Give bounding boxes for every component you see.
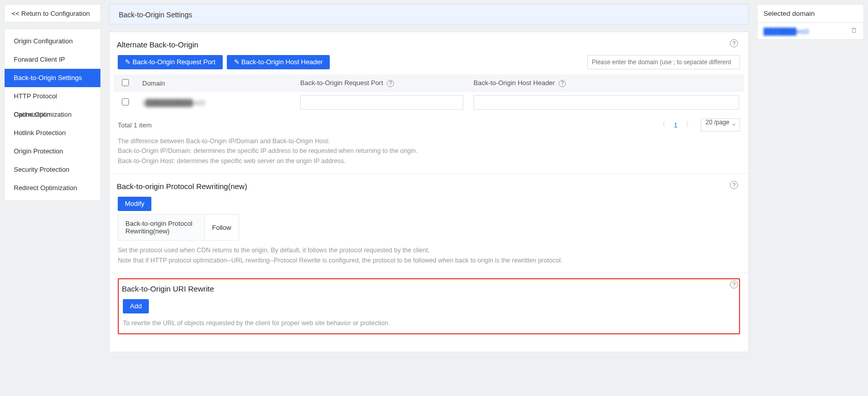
section-uri-rewrite: ? Back-to-Origin URI Rewrite Add To rewr…	[110, 273, 748, 341]
add-button[interactable]: Add	[123, 299, 149, 313]
domain-cell: s██████████est3	[142, 99, 205, 107]
section-alternate-back-to-origin: ? Alternate Back-to-Origin ✎Back-to-Orig…	[110, 32, 748, 174]
request-port-input[interactable]	[300, 95, 463, 110]
sidebar-item-back-to-origin-settings[interactable]: Back-to-Origin Settings	[5, 69, 100, 87]
column-header-port: Back-to-Origin Request Port ?	[295, 74, 468, 92]
sidebar-item-cache-optimization[interactable]: Cache Optimization	[5, 105, 100, 124]
section-title: Back-to-origin Protocol Rewriting(new)	[117, 182, 741, 191]
row-select-checkbox[interactable]	[122, 98, 129, 105]
highlight-box: Back-to-Origin URI Rewrite Add To rewrit…	[118, 278, 740, 334]
panel-header: Selected domain	[757, 5, 863, 23]
table-row: s██████████est3	[114, 92, 744, 113]
selected-domain-row: ███████est3	[757, 23, 863, 39]
current-page-number[interactable]: 1	[674, 121, 677, 129]
section-title: Back-to-Origin URI Rewrite	[122, 284, 736, 293]
sidebar-item-security-protection[interactable]: Security Protection	[5, 161, 100, 179]
sidebar-item-hotlink-protection[interactable]: Hotlink Protection	[5, 124, 100, 142]
column-header-host: Back-to-Origin Host Header ?	[468, 74, 744, 92]
modify-button[interactable]: Modify	[118, 197, 151, 211]
selected-domain-name[interactable]: ███████est3	[764, 28, 809, 35]
back-to-origin-request-port-button[interactable]: ✎Back-to-Origin Request Port	[118, 55, 223, 69]
host-header-input[interactable]	[474, 95, 739, 110]
section-title: Alternate Back-to-Origin	[117, 40, 741, 49]
info-note: Set the protocol used when CDN returns t…	[118, 246, 740, 266]
info-note: The difference between Back-to-Origin IP…	[118, 137, 740, 166]
help-icon[interactable]: ?	[387, 80, 394, 87]
sidebar-nav: Origin Configuration Forward Client IP B…	[4, 29, 101, 201]
section-protocol-rewriting: ? Back-to-origin Protocol Rewriting(new)…	[110, 174, 748, 273]
return-to-configuration-link[interactable]: << Return to Configuration	[4, 4, 101, 22]
help-icon[interactable]: ?	[559, 80, 566, 87]
help-icon[interactable]: ?	[730, 280, 738, 288]
selected-domain-panel: Selected domain ███████est3	[757, 4, 864, 40]
sidebar-item-origin-configuration[interactable]: Origin Configuration	[5, 32, 100, 50]
sidebar-item-redirect-optimization[interactable]: Redirect Optimization	[5, 179, 100, 197]
kv-value: Follow	[205, 215, 239, 241]
column-header-domain: Domain	[137, 74, 295, 92]
protocol-rewriting-table: Back-to-origin Protocol Rewriting(new) F…	[118, 214, 239, 241]
help-icon[interactable]: ?	[730, 39, 738, 47]
page-title: Back-to-Origin Settings	[109, 4, 749, 24]
domain-table: Domain Back-to-Origin Request Port ? Bac…	[114, 74, 744, 113]
page-size-select[interactable]: 20 /page	[701, 118, 740, 131]
prev-page-button[interactable]: 〈	[659, 120, 666, 129]
help-icon[interactable]: ?	[730, 181, 738, 189]
next-page-button[interactable]: 〉	[686, 120, 693, 129]
sidebar-item-forward-client-ip[interactable]: Forward Client IP	[5, 50, 100, 69]
kv-key: Back-to-origin Protocol Rewriting(new)	[118, 215, 205, 241]
pencil-icon: ✎	[125, 58, 130, 66]
domain-filter-input[interactable]	[587, 55, 740, 69]
pencil-icon: ✎	[234, 58, 240, 66]
trash-icon[interactable]	[851, 27, 857, 35]
total-items-label: Total 1 item	[118, 121, 151, 129]
button-label: Back-to-Origin Request Port	[133, 58, 216, 66]
select-all-checkbox[interactable]	[122, 79, 129, 86]
back-to-origin-host-header-button[interactable]: ✎Back-to-Origin Host Header	[227, 55, 330, 69]
sidebar-item-http-protocol-optimization[interactable]: HTTP Protocol Optimization	[5, 87, 100, 105]
sidebar-item-origin-protection[interactable]: Origin Protection	[5, 142, 100, 161]
button-label: Back-to-Origin Host Header	[242, 58, 323, 66]
info-note: To rewrite the URL of objects requested …	[123, 319, 735, 328]
